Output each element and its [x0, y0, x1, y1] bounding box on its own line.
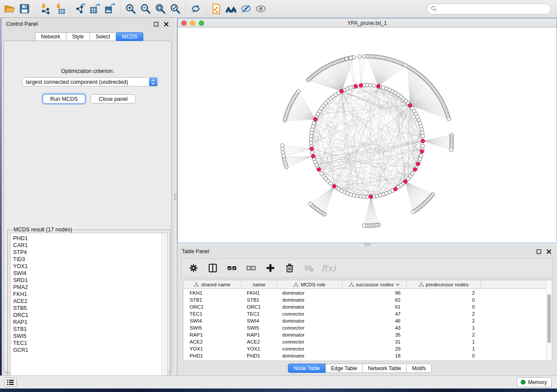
list-item[interactable]: FKH1: [10, 291, 167, 298]
memory-button[interactable]: Memory: [517, 377, 552, 387]
scrollbar-thumb[interactable]: [547, 294, 551, 343]
network-node[interactable]: [450, 148, 453, 151]
table-row[interactable]: ORC1ORC1dominator610: [183, 303, 547, 310]
table-row[interactable]: FKH1FKH1dominator962: [183, 289, 547, 296]
network-node[interactable]: [282, 154, 285, 158]
network-node[interactable]: [375, 194, 378, 198]
list-item[interactable]: TID3: [10, 256, 167, 263]
network-node[interactable]: [359, 195, 362, 198]
network-node[interactable]: [406, 177, 410, 180]
network-node[interactable]: [420, 127, 423, 131]
splitter-handle[interactable]: [174, 194, 177, 200]
network-graph[interactable]: [178, 28, 557, 243]
dominator-node[interactable]: [404, 180, 408, 184]
network-node[interactable]: [297, 89, 300, 93]
table-row[interactable]: SWI4SWI4dominator462: [183, 317, 547, 324]
select-all-columns-button[interactable]: [225, 261, 239, 275]
dominator-node[interactable]: [310, 147, 314, 151]
list-item[interactable]: SWI5: [10, 333, 167, 340]
network-node[interactable]: [345, 57, 348, 61]
hide-selected-button[interactable]: [239, 1, 253, 16]
show-all-button[interactable]: [253, 1, 268, 16]
tab-node-table[interactable]: Node Table: [288, 364, 325, 373]
list-item[interactable]: ORC1: [10, 312, 167, 319]
unselect-all-columns-button[interactable]: [245, 261, 258, 275]
dominator-node[interactable]: [369, 195, 373, 199]
list-item[interactable]: SRD1: [10, 277, 167, 284]
delete-column-button[interactable]: [283, 261, 296, 275]
search-input[interactable]: [437, 4, 547, 13]
dominator-node[interactable]: [408, 103, 412, 107]
refresh-button[interactable]: [188, 1, 203, 16]
dominator-node[interactable]: [413, 168, 417, 172]
open-session-button[interactable]: [2, 1, 17, 16]
export-image-button[interactable]: [103, 1, 118, 16]
close-panel-button[interactable]: [163, 21, 169, 27]
network-node[interactable]: [365, 83, 369, 87]
export-network-button[interactable]: [73, 1, 88, 16]
column-header-name[interactable]: name: [242, 280, 277, 289]
tab-style[interactable]: Style: [66, 32, 90, 41]
table-row[interactable]: RAP1RAP1dominator352: [183, 331, 547, 338]
save-session-button[interactable]: [17, 1, 32, 16]
optimization-criterion-select[interactable]: largest connected component (undirected): [22, 77, 158, 86]
table-row[interactable]: STB1STB1dominator620: [183, 296, 547, 303]
table-row[interactable]: YOX1YOX1connector291: [183, 345, 547, 352]
list-item[interactable]: PHD1: [10, 235, 167, 242]
column-header-successor-nodes[interactable]: successor nodes: [343, 280, 407, 289]
network-node[interactable]: [378, 193, 382, 197]
import-table-button[interactable]: [52, 1, 67, 16]
tab-mcds[interactable]: MCDS: [116, 32, 143, 41]
list-item[interactable]: RAP1: [10, 319, 167, 326]
show-column-panel-button[interactable]: [206, 261, 219, 275]
binoculars-button[interactable]: [224, 1, 239, 16]
zoom-selected-button[interactable]: [168, 1, 183, 16]
zoom-in-button[interactable]: [123, 1, 138, 16]
column-header-predecessor-nodes[interactable]: predecessor nodes: [407, 280, 481, 289]
network-node[interactable]: [320, 172, 323, 175]
network-node[interactable]: [311, 151, 314, 154]
network-node[interactable]: [349, 56, 353, 59]
network-node[interactable]: [312, 121, 316, 125]
network-node[interactable]: [308, 202, 312, 206]
zoom-out-button[interactable]: [138, 1, 153, 16]
dominator-node[interactable]: [332, 184, 336, 188]
network-node[interactable]: [309, 138, 313, 141]
list-item[interactable]: PMA2: [10, 284, 167, 291]
network-node[interactable]: [362, 224, 366, 227]
function-builder-button[interactable]: f(x): [322, 263, 336, 273]
column-header-mcds-role[interactable]: MCDS role: [277, 280, 343, 289]
dominator-node[interactable]: [377, 84, 381, 88]
float-panel-button[interactable]: [153, 21, 159, 27]
list-item[interactable]: SWI4: [10, 270, 167, 277]
network-canvas[interactable]: [178, 28, 557, 243]
dominator-node[interactable]: [354, 84, 358, 88]
tab-edge-table[interactable]: Edge Table: [325, 364, 363, 373]
table-row[interactable]: PHD1PHD1dominator180: [183, 352, 547, 359]
network-node[interactable]: [309, 141, 313, 144]
table-row[interactable]: TEC1TEC1connector472: [183, 310, 547, 317]
list-item[interactable]: STB1: [10, 326, 167, 333]
network-node[interactable]: [281, 151, 285, 154]
create-column-button[interactable]: [264, 261, 277, 275]
network-node[interactable]: [310, 131, 313, 134]
network-node[interactable]: [365, 195, 369, 199]
table-settings-button[interactable]: [187, 261, 200, 275]
close-panel-button[interactable]: [546, 248, 552, 254]
network-window-titlebar[interactable]: YPA_prune.txt_1: [178, 19, 557, 28]
dominator-node[interactable]: [394, 187, 398, 191]
share-document-button[interactable]: [209, 1, 224, 16]
network-node[interactable]: [355, 194, 359, 198]
network-node[interactable]: [447, 117, 450, 121]
tab-motifs[interactable]: Motifs: [406, 364, 432, 373]
search-field[interactable]: [427, 3, 551, 14]
list-item[interactable]: STB5: [10, 305, 167, 312]
network-node[interactable]: [421, 134, 424, 138]
dominator-node[interactable]: [359, 83, 363, 87]
list-item[interactable]: STP4: [10, 249, 167, 256]
dominator-node[interactable]: [314, 117, 318, 121]
show-task-history-button[interactable]: [4, 378, 17, 387]
dominator-node[interactable]: [311, 155, 315, 158]
network-node[interactable]: [280, 144, 284, 147]
dominator-node[interactable]: [317, 168, 321, 172]
